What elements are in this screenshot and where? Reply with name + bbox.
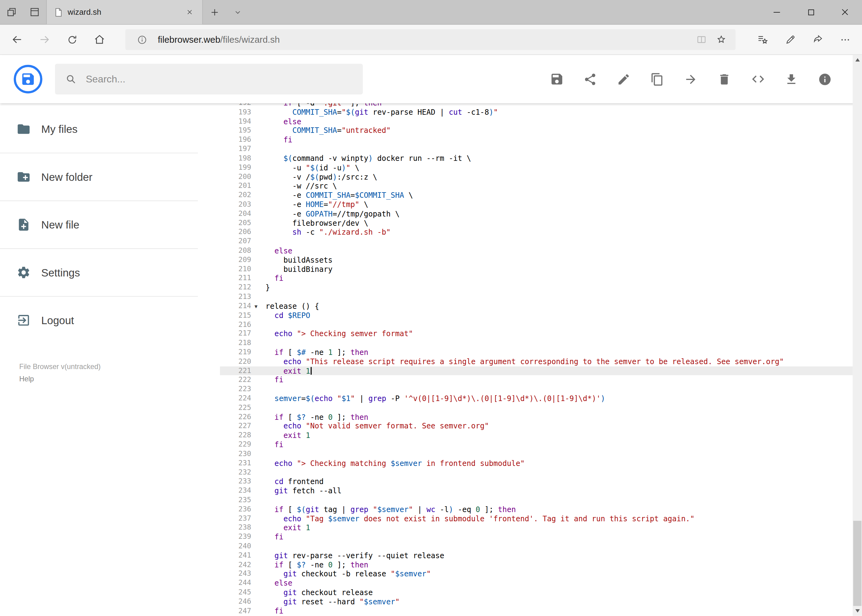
code-line[interactable]: 226 if [ $? -ne 0 ]; then xyxy=(220,412,862,422)
code-line[interactable]: 200 -v /$(pwd):/src:z \ xyxy=(220,172,862,181)
page-scrollbar[interactable] xyxy=(853,55,862,616)
code-line[interactable]: 225 xyxy=(220,403,862,412)
tabs-aside-button[interactable] xyxy=(0,0,23,24)
code-line[interactable]: 199 -u "$(id -u)" \ xyxy=(220,163,862,172)
code-line[interactable]: 246 git reset --hard "$semver" xyxy=(220,597,862,607)
code-line[interactable]: 231 echo "> Checking matching $semver in… xyxy=(220,459,862,468)
copy-button[interactable] xyxy=(650,72,664,86)
code-line[interactable]: 221 exit 1 xyxy=(220,366,862,376)
code-line[interactable]: 198 $(command -v winpty) docker run --rm… xyxy=(220,154,862,163)
code-line[interactable]: 223 xyxy=(220,385,862,394)
code-line[interactable]: 229 fi xyxy=(220,440,862,449)
more-options-button[interactable] xyxy=(831,27,859,52)
share-button[interactable] xyxy=(804,27,831,52)
tab-close-icon[interactable] xyxy=(183,5,197,19)
save-button[interactable] xyxy=(549,72,564,86)
raw-code-button[interactable] xyxy=(750,72,765,86)
code-line[interactable]: 232 xyxy=(220,468,862,477)
favorite-star-icon[interactable] xyxy=(712,30,731,49)
code-line[interactable]: 212} xyxy=(220,283,862,292)
code-line[interactable]: 208 else xyxy=(220,246,862,255)
code-line[interactable]: 194 else xyxy=(220,117,862,126)
help-link[interactable]: Help xyxy=(19,375,220,383)
code-line[interactable]: 245 git checkout release xyxy=(220,588,862,597)
code-line[interactable]: 234 git fetch --all xyxy=(220,486,862,495)
code-line[interactable]: 201 -w //src \ xyxy=(220,181,862,191)
edit-button[interactable] xyxy=(616,72,631,86)
search-input[interactable] xyxy=(85,73,353,85)
filebrowser-logo[interactable] xyxy=(14,65,43,93)
close-button[interactable] xyxy=(828,0,862,24)
code-line[interactable]: 244 else xyxy=(220,578,862,588)
code-line[interactable]: 203 -e HOME="//tmp" \ xyxy=(220,200,862,209)
sidebar-item-logout[interactable]: Logout xyxy=(0,297,220,344)
code-line[interactable]: 197 xyxy=(220,145,862,154)
scrollbar-thumb[interactable] xyxy=(853,521,861,606)
hub-favorites-button[interactable] xyxy=(749,27,776,52)
sidebar-item-my-files[interactable]: My files xyxy=(0,105,220,153)
sidebar-item-new-folder[interactable]: New folder xyxy=(0,153,220,201)
code-line[interactable]: 192 if [ -d ".git" ]; then xyxy=(220,103,862,108)
forward-button[interactable] xyxy=(31,27,58,52)
code-line[interactable]: 214▼release () { xyxy=(220,302,862,311)
code-line[interactable]: 243 git checkout -b release "$semver" xyxy=(220,569,862,578)
browser-tab[interactable]: wizard.sh xyxy=(46,0,203,24)
code-line[interactable]: 224 semver=$(echo "$1" | grep -P '^v(0|[… xyxy=(220,394,862,403)
search-box[interactable] xyxy=(55,64,363,94)
code-line[interactable]: 206 sh -c "./wizard.sh -b" xyxy=(220,228,862,237)
code-line[interactable]: 228 exit 1 xyxy=(220,431,862,440)
code-line[interactable]: 236 if [ $(git tag | grep "$semver" | wc… xyxy=(220,504,862,514)
fold-marker-icon[interactable]: ▼ xyxy=(255,302,258,311)
site-info-icon[interactable] xyxy=(132,30,152,49)
code-line[interactable]: 222 fi xyxy=(220,376,862,385)
code-editor[interactable]: 192 if [ -d ".git" ]; then193 COMMIT_SHA… xyxy=(220,103,862,616)
share-file-button[interactable] xyxy=(583,72,598,86)
info-button[interactable] xyxy=(817,72,832,86)
sidebar-item-settings[interactable]: Settings xyxy=(0,249,220,296)
code-line[interactable]: 227 echo "Not valid semver format. See s… xyxy=(220,422,862,431)
code-line[interactable]: 195 COMMIT_SHA="untracked" xyxy=(220,126,862,135)
code-line[interactable]: 233 cd frontend xyxy=(220,477,862,486)
back-button[interactable] xyxy=(3,27,31,52)
sidebar-item-new-file[interactable]: New file xyxy=(0,201,220,248)
address-bar[interactable]: filebrowser.web/files/wizard.sh xyxy=(125,29,736,50)
code-line[interactable]: 210 buildBinary xyxy=(220,264,862,274)
code-line[interactable]: 218 xyxy=(220,339,862,348)
code-line[interactable]: 237 echo "Tag $semver does not exist in … xyxy=(220,514,862,523)
code-line[interactable]: 242 if [ $? -ne 0 ]; then xyxy=(220,560,862,569)
code-line[interactable]: 211 fi xyxy=(220,274,862,283)
code-line[interactable]: 204 -e GOPATH=//tmp/gopath \ xyxy=(220,209,862,218)
scroll-down-arrow[interactable] xyxy=(853,606,862,616)
code-line[interactable]: 213 xyxy=(220,292,862,302)
code-line[interactable]: 209 buildAssets xyxy=(220,255,862,264)
code-line[interactable]: 230 xyxy=(220,449,862,459)
maximize-button[interactable] xyxy=(794,0,828,24)
code-line[interactable]: 247 fi xyxy=(220,607,862,616)
web-note-button[interactable] xyxy=(776,27,804,52)
code-line[interactable]: 217 echo "> Checking semver format" xyxy=(220,329,862,339)
code-line[interactable]: 193 COMMIT_SHA="$(git rev-parse HEAD | c… xyxy=(220,108,862,117)
minimize-button[interactable] xyxy=(760,0,794,24)
code-line[interactable]: 238 exit 1 xyxy=(220,523,862,532)
code-line[interactable]: 216 xyxy=(220,320,862,329)
new-tab-button[interactable] xyxy=(203,0,226,24)
home-button[interactable] xyxy=(86,27,113,52)
code-line[interactable]: 241 git rev-parse --verify --quiet relea… xyxy=(220,551,862,560)
code-line[interactable]: 196 fi xyxy=(220,135,862,145)
code-line[interactable]: 239 fi xyxy=(220,532,862,542)
download-button[interactable] xyxy=(784,72,799,86)
code-line[interactable]: 207 xyxy=(220,237,862,246)
move-button[interactable] xyxy=(683,72,698,86)
tab-preview-button[interactable] xyxy=(23,0,46,24)
code-line[interactable]: 235 xyxy=(220,495,862,504)
code-line[interactable]: 205 filebrowser/dev \ xyxy=(220,218,862,228)
code-line[interactable]: 215 cd $REPO xyxy=(220,311,862,320)
tab-list-chevron-button[interactable] xyxy=(226,0,249,24)
delete-button[interactable] xyxy=(717,72,731,86)
scroll-up-arrow[interactable] xyxy=(853,55,862,65)
code-line[interactable]: 219 if [ $# -ne 1 ]; then xyxy=(220,348,862,357)
code-line[interactable]: 220 echo "This release script requires a… xyxy=(220,357,862,366)
refresh-button[interactable] xyxy=(58,27,85,52)
code-line[interactable]: 240 xyxy=(220,542,862,551)
reading-view-icon[interactable] xyxy=(692,30,711,49)
